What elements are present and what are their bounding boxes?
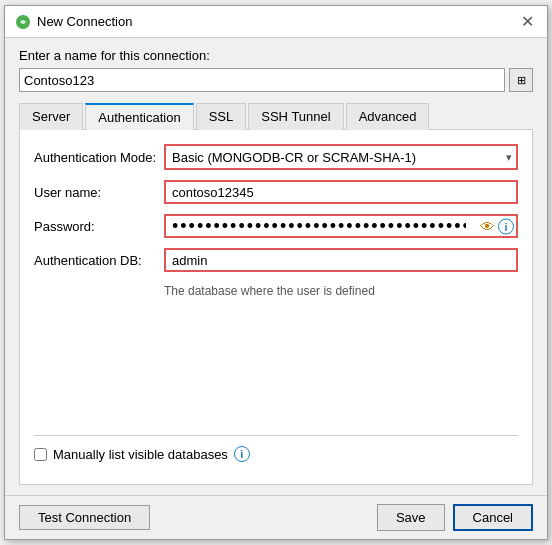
- username-label: User name:: [34, 185, 164, 200]
- dialog-body: Enter a name for this connection: ⊞ Serv…: [5, 38, 547, 495]
- auth-mode-label: Authentication Mode:: [34, 150, 164, 165]
- auth-db-input[interactable]: [164, 248, 518, 272]
- footer-right-buttons: Save Cancel: [377, 504, 533, 531]
- auth-db-row: Authentication DB:: [34, 248, 518, 272]
- title-bar-left: New Connection: [15, 14, 132, 30]
- manually-list-checkbox[interactable]: [34, 448, 47, 461]
- close-button[interactable]: ✕: [517, 12, 537, 32]
- tab-authentication[interactable]: Authentication: [85, 103, 193, 130]
- tab-advanced[interactable]: Advanced: [346, 103, 430, 130]
- tab-ssh-tunnel[interactable]: SSH Tunnel: [248, 103, 343, 130]
- connection-name-input[interactable]: [19, 68, 505, 92]
- password-input-wrapper: 👁 i: [164, 214, 518, 238]
- auth-mode-select-wrapper: Basic (MONGODB-CR or SCRAM-SHA-1) SCRAM-…: [164, 144, 518, 170]
- manually-list-label[interactable]: Manually list visible databases: [53, 447, 228, 462]
- auth-mode-row: Authentication Mode: Basic (MONGODB-CR o…: [34, 144, 518, 170]
- save-button[interactable]: Save: [377, 504, 445, 531]
- connection-name-label: Enter a name for this connection:: [19, 48, 533, 63]
- password-label: Password:: [34, 219, 164, 234]
- username-row: User name:: [34, 180, 518, 204]
- password-info-icon[interactable]: i: [498, 218, 514, 234]
- db-icon-button[interactable]: ⊞: [509, 68, 533, 92]
- manually-list-info-icon[interactable]: i: [234, 446, 250, 462]
- new-connection-dialog: New Connection ✕ Enter a name for this c…: [4, 5, 548, 540]
- show-password-icon[interactable]: 👁: [480, 218, 495, 235]
- db-icon: ⊞: [517, 74, 526, 87]
- tab-content-authentication: Authentication Mode: Basic (MONGODB-CR o…: [19, 130, 533, 485]
- connection-name-row: ⊞: [19, 68, 533, 92]
- title-bar: New Connection ✕: [5, 6, 547, 38]
- username-input-wrapper: [164, 180, 518, 204]
- divider: [34, 435, 518, 436]
- manually-list-row: Manually list visible databases i: [34, 446, 518, 462]
- dialog-footer: Test Connection Save Cancel: [5, 495, 547, 539]
- password-row: Password: 👁 i: [34, 214, 518, 238]
- tab-bar: Server Authentication SSL SSH Tunnel Adv…: [19, 102, 533, 130]
- password-input[interactable]: [164, 214, 518, 238]
- test-connection-button[interactable]: Test Connection: [19, 505, 150, 530]
- tab-server[interactable]: Server: [19, 103, 83, 130]
- auth-mode-select[interactable]: Basic (MONGODB-CR or SCRAM-SHA-1) SCRAM-…: [164, 144, 518, 170]
- dialog-title: New Connection: [37, 14, 132, 29]
- password-icons: 👁 i: [480, 218, 514, 235]
- cancel-button[interactable]: Cancel: [453, 504, 533, 531]
- auth-db-label: Authentication DB:: [34, 253, 164, 268]
- auth-db-hint: The database where the user is defined: [164, 284, 518, 298]
- auth-db-input-wrapper: [164, 248, 518, 272]
- close-icon: ✕: [521, 12, 534, 31]
- username-input[interactable]: [164, 180, 518, 204]
- app-icon: [15, 14, 31, 30]
- tab-ssl[interactable]: SSL: [196, 103, 247, 130]
